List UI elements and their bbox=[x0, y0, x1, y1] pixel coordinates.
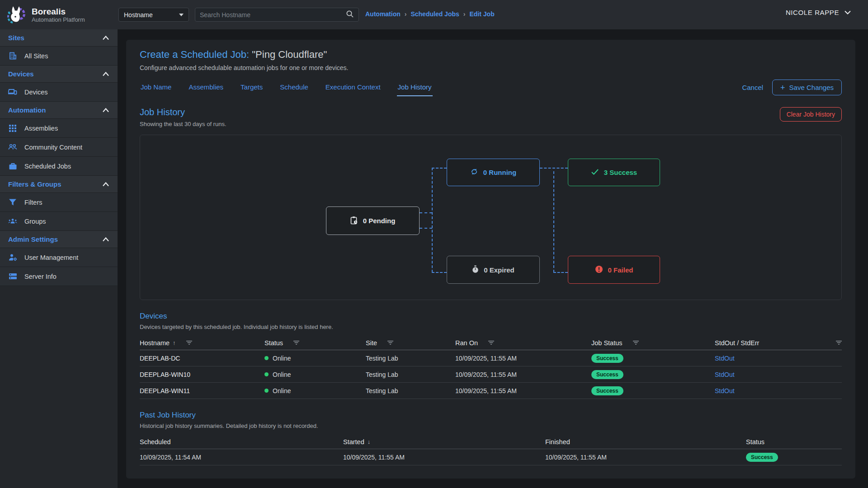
error-icon bbox=[595, 265, 603, 275]
main-content: Create a Scheduled Job: "Ping Cloudflare… bbox=[118, 29, 868, 488]
tab-targets[interactable]: Targets bbox=[240, 80, 264, 96]
column-label: Started bbox=[343, 438, 364, 446]
breadcrumb-automation[interactable]: Automation bbox=[365, 10, 401, 18]
sidebar-item-server-info[interactable]: Server Info bbox=[0, 267, 118, 286]
search-input[interactable] bbox=[200, 11, 346, 19]
filter-list-icon[interactable] bbox=[633, 341, 639, 345]
clipboard-clock-icon bbox=[350, 216, 358, 226]
sidebar-item-community-content[interactable]: Community Content bbox=[0, 138, 118, 157]
device-row-deeplab-win10[interactable]: DEEPLAB-WIN10 Online Testing Lab 10/09/2… bbox=[140, 366, 842, 383]
pending-status-node[interactable]: 0 Pending bbox=[326, 206, 420, 235]
cancel-button[interactable]: Cancel bbox=[742, 84, 763, 91]
column-header-stdout-stderr[interactable]: StdOut / StdErr bbox=[715, 339, 842, 347]
column-header-job-status[interactable]: Job Status bbox=[591, 339, 715, 347]
tab-job-name[interactable]: Job Name bbox=[140, 80, 172, 96]
tabs-row: Job Name Assemblies Targets Schedule Exe… bbox=[140, 80, 842, 96]
app-tagline: Automation Platform bbox=[32, 16, 85, 23]
sidebar-section-admin-settings[interactable]: Admin Settings bbox=[0, 231, 118, 248]
sidebar-item-user-management[interactable]: User Management bbox=[0, 248, 118, 267]
form-actions: Cancel + Save Changes bbox=[742, 80, 842, 95]
sidebar-item-assemblies[interactable]: Assemblies bbox=[0, 119, 118, 138]
chevron-down-icon bbox=[844, 8, 851, 16]
failed-status-node[interactable]: 0 Failed bbox=[568, 256, 660, 284]
sidebar-item-label: All Sites bbox=[24, 52, 48, 60]
sidebar-item-label: Groups bbox=[24, 218, 46, 225]
stdout-link[interactable]: StdOut bbox=[715, 355, 735, 362]
filter-icon bbox=[8, 198, 17, 207]
filter-list-icon[interactable] bbox=[293, 341, 299, 345]
chevron-up-icon bbox=[102, 235, 109, 244]
ran-on-cell: 10/09/2025, 11:55 AM bbox=[455, 371, 591, 378]
ran-on-cell: 10/09/2025, 11:55 AM bbox=[455, 387, 591, 394]
column-header-hostname[interactable]: Hostname ↑ bbox=[140, 339, 264, 347]
hostname-filter-select[interactable]: Hostname bbox=[118, 8, 189, 22]
job-status-badge: Success bbox=[591, 354, 623, 363]
sidebar-item-filters[interactable]: Filters bbox=[0, 193, 118, 212]
stdout-link[interactable]: StdOut bbox=[715, 387, 735, 394]
column-label: StdOut / StdErr bbox=[715, 339, 759, 347]
hostname-cell: DEEPLAB-WIN11 bbox=[140, 387, 264, 394]
column-header-ran-on[interactable]: Ran On bbox=[455, 339, 591, 347]
device-row-deeplab-win11[interactable]: DEEPLAB-WIN11 Online Testing Lab 10/09/2… bbox=[140, 383, 842, 399]
search-box[interactable] bbox=[195, 8, 359, 22]
column-header-status[interactable]: Status bbox=[746, 438, 842, 446]
filter-list-icon[interactable] bbox=[387, 341, 393, 345]
connector-line bbox=[432, 272, 447, 273]
filter-list-icon[interactable] bbox=[488, 341, 494, 345]
site-cell: Testing Lab bbox=[366, 355, 455, 362]
status-cell: Online bbox=[273, 355, 291, 362]
page-subtitle: Configure advanced schedulable automatio… bbox=[140, 64, 842, 71]
stdout-link[interactable]: StdOut bbox=[715, 371, 735, 378]
sidebar-section-devices[interactable]: Devices bbox=[0, 66, 118, 83]
caret-down-icon bbox=[179, 14, 184, 16]
success-status-node[interactable]: 3 Success bbox=[568, 159, 660, 186]
sidebar-item-groups[interactable]: Groups bbox=[0, 212, 118, 231]
tab-assemblies[interactable]: Assemblies bbox=[188, 80, 224, 96]
sort-ascending-icon[interactable]: ↑ bbox=[173, 339, 176, 346]
sidebar-item-devices[interactable]: Devices bbox=[0, 83, 118, 102]
sidebar-item-all-sites[interactable]: All Sites bbox=[0, 47, 118, 66]
column-label: Status bbox=[264, 339, 283, 347]
column-header-site[interactable]: Site bbox=[366, 339, 455, 347]
expired-status-node[interactable]: 0 Expired bbox=[447, 256, 540, 284]
save-changes-label: Save Changes bbox=[789, 84, 834, 91]
connector-line bbox=[553, 272, 568, 273]
stopwatch-icon bbox=[472, 265, 479, 275]
running-status-node[interactable]: 0 Running bbox=[447, 159, 540, 186]
past-history-row[interactable]: 10/09/2025, 11:54 AM 10/09/2025, 11:55 A… bbox=[140, 449, 842, 465]
column-header-finished[interactable]: Finished bbox=[545, 438, 746, 446]
search-icon[interactable] bbox=[346, 10, 354, 20]
column-header-scheduled[interactable]: Scheduled bbox=[140, 438, 343, 446]
status-badge: Success bbox=[746, 453, 778, 462]
column-header-status[interactable]: Status bbox=[264, 339, 366, 347]
column-label: Site bbox=[366, 339, 377, 347]
device-row-deeplab-dc[interactable]: DEEPLAB-DC Online Testing Lab 10/09/2025… bbox=[140, 350, 842, 366]
breadcrumb-scheduled-jobs[interactable]: Scheduled Jobs bbox=[410, 10, 459, 18]
sidebar-section-sites[interactable]: Sites bbox=[0, 29, 118, 47]
connector-line bbox=[540, 168, 568, 169]
filter-list-icon[interactable] bbox=[836, 341, 842, 345]
sidebar-item-label: Community Content bbox=[24, 144, 82, 151]
sidebar-item-label: Server Info bbox=[24, 273, 57, 280]
groups-icon bbox=[8, 217, 17, 226]
tab-schedule[interactable]: Schedule bbox=[279, 80, 309, 96]
breadcrumb-edit-job[interactable]: Edit Job bbox=[469, 10, 494, 18]
column-label: Scheduled bbox=[140, 438, 171, 446]
tab-job-history[interactable]: Job History bbox=[397, 80, 433, 96]
sidebar-section-automation[interactable]: Automation bbox=[0, 102, 118, 119]
column-label: Hostname bbox=[140, 339, 170, 347]
user-name: NICOLE RAPPE bbox=[786, 9, 839, 16]
filter-list-icon[interactable] bbox=[186, 341, 192, 345]
sort-descending-icon[interactable]: ↓ bbox=[368, 438, 371, 445]
sidebar-item-scheduled-jobs[interactable]: Scheduled Jobs bbox=[0, 157, 118, 176]
connector-line bbox=[420, 212, 432, 213]
chevron-up-icon bbox=[102, 106, 109, 114]
tab-execution-context[interactable]: Execution Context bbox=[325, 80, 382, 96]
column-label: Finished bbox=[545, 438, 570, 446]
column-header-started[interactable]: Started ↓ bbox=[343, 438, 545, 446]
save-changes-button[interactable]: + Save Changes bbox=[772, 80, 842, 95]
sidebar-section-filters-groups[interactable]: Filters & Groups bbox=[0, 176, 118, 193]
clear-job-history-button[interactable]: Clear Job History bbox=[780, 107, 842, 122]
connector-line bbox=[432, 168, 433, 272]
user-menu[interactable]: NICOLE RAPPE bbox=[786, 8, 851, 16]
